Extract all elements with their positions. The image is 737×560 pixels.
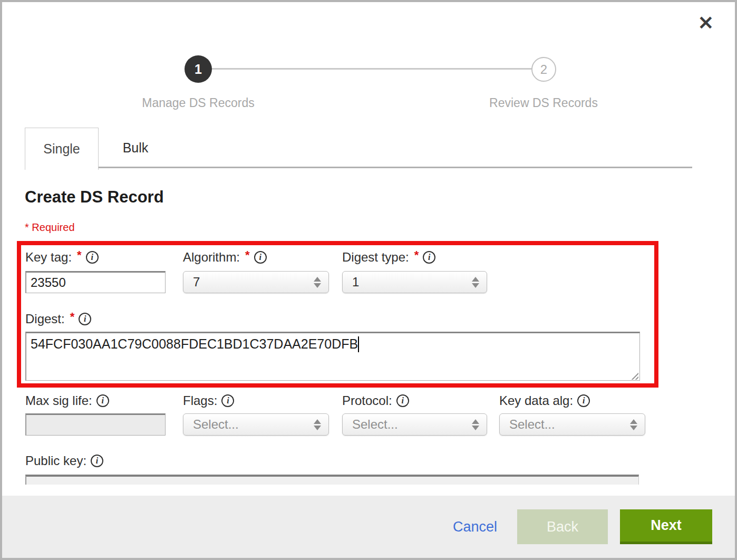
info-icon[interactable]: i: [86, 251, 99, 264]
algorithm-label: Algorithm: * i: [183, 250, 329, 265]
step-2-label: Review DS Records: [489, 96, 598, 110]
create-ds-record-dialog: ✕ 1 2 Manage DS Records Review DS Record…: [0, 0, 737, 560]
digest-type-label: Digest type: * i: [342, 250, 487, 265]
step-1-indicator: 1: [185, 55, 212, 83]
flags-label-text: Flags:: [183, 393, 217, 408]
required-asterisk: *: [414, 248, 419, 262]
required-asterisk: *: [70, 310, 75, 324]
protocol-field: Protocol: i Select...: [342, 393, 487, 436]
info-icon[interactable]: i: [91, 455, 103, 467]
required-note: * Required: [25, 221, 75, 234]
select-arrows-icon: [314, 419, 321, 430]
flags-field: Flags: i Select...: [183, 393, 329, 436]
protocol-label: Protocol: i: [342, 393, 487, 408]
max-sig-life-label: Max sig life: i: [25, 393, 166, 408]
info-icon[interactable]: i: [79, 313, 91, 325]
select-arrows-icon: [630, 419, 637, 430]
close-icon[interactable]: ✕: [698, 14, 714, 33]
digest-label: Digest: * i: [25, 312, 654, 326]
max-sig-life-input: [25, 413, 166, 436]
cancel-link[interactable]: Cancel: [453, 519, 497, 535]
algorithm-selected-value: 7: [193, 275, 200, 289]
max-sig-life-label-text: Max sig life:: [25, 393, 92, 408]
protocol-selected-value: Select...: [352, 417, 398, 432]
stepper-connector-line: [208, 68, 536, 70]
info-icon[interactable]: i: [254, 251, 267, 264]
public-key-label: Public key: i: [25, 453, 639, 468]
public-key-label-text: Public key:: [25, 453, 86, 468]
step-1-label: Manage DS Records: [142, 96, 255, 110]
text-cursor: [358, 336, 359, 352]
key-tag-input[interactable]: [25, 271, 166, 293]
tab-bulk[interactable]: Bulk: [99, 128, 172, 168]
required-asterisk: *: [77, 248, 82, 262]
algorithm-select[interactable]: 7: [183, 271, 329, 293]
info-icon[interactable]: i: [423, 251, 435, 264]
page-title: Create DS Record: [25, 188, 164, 207]
key-data-alg-selected-value: Select...: [509, 417, 555, 432]
next-button[interactable]: Next: [620, 509, 712, 544]
dialog-footer: Cancel Back Next: [2, 496, 735, 558]
key-tag-label-text: Key tag:: [25, 250, 72, 265]
back-button[interactable]: Back: [517, 509, 608, 544]
select-arrows-icon: [472, 419, 479, 430]
digest-type-label-text: Digest type:: [342, 250, 409, 265]
tab-bar: Single Bulk: [25, 128, 692, 168]
step-2-indicator: 2: [531, 57, 556, 82]
digest-field: 54FCF030AA1C79C0088FDEC1BD1C37DAA2E70DFB: [25, 332, 640, 383]
flags-select[interactable]: Select...: [183, 413, 329, 436]
max-sig-life-field: Max sig life: i: [25, 393, 166, 436]
info-icon[interactable]: i: [577, 394, 590, 407]
optional-fields-row: Max sig life: i Flags: i Select... Proto…: [25, 393, 645, 436]
digest-textarea[interactable]: 54FCF030AA1C79C0088FDEC1BD1C37DAA2E70DFB: [25, 332, 640, 381]
digest-label-text: Digest:: [25, 312, 65, 326]
key-data-alg-label-text: Key data alg:: [499, 393, 573, 408]
algorithm-label-text: Algorithm:: [183, 250, 240, 265]
key-data-alg-label: Key data alg: i: [499, 393, 645, 408]
flags-selected-value: Select...: [193, 417, 239, 432]
key-tag-label: Key tag: * i: [25, 250, 166, 265]
select-arrows-icon: [472, 277, 479, 288]
key-data-alg-select[interactable]: Select...: [499, 413, 645, 436]
algorithm-field: Algorithm: * i 7: [183, 250, 329, 293]
info-icon[interactable]: i: [96, 394, 109, 407]
tab-single[interactable]: Single: [25, 128, 99, 170]
protocol-label-text: Protocol:: [342, 393, 392, 408]
digest-type-field: Digest type: * i 1: [342, 250, 487, 293]
public-key-clip: [25, 475, 639, 485]
digest-type-selected-value: 1: [352, 275, 359, 289]
info-icon[interactable]: i: [221, 394, 234, 407]
select-arrows-icon: [314, 277, 321, 288]
protocol-select[interactable]: Select...: [342, 413, 487, 436]
key-data-alg-field: Key data alg: i Select...: [499, 393, 645, 436]
flags-label: Flags: i: [183, 393, 329, 408]
required-asterisk: *: [245, 248, 250, 262]
annotation-highlight-box: Key tag: * i Algorithm: * i 7: [17, 241, 658, 388]
key-tag-field: Key tag: * i: [25, 250, 166, 293]
info-icon[interactable]: i: [396, 394, 409, 407]
public-key-textarea[interactable]: [25, 475, 639, 485]
digest-type-select[interactable]: 1: [342, 271, 487, 293]
public-key-field: Public key: i: [25, 453, 639, 485]
